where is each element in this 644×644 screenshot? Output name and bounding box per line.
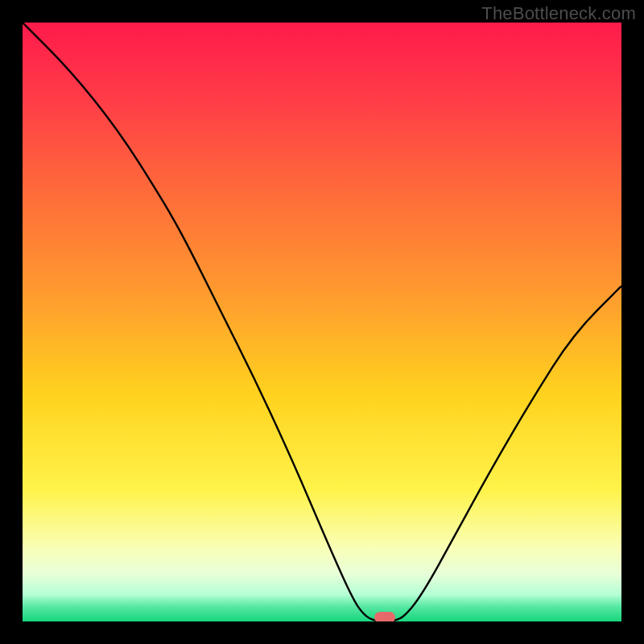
optimal-marker	[374, 612, 395, 621]
watermark-text: TheBottleneck.com	[481, 3, 636, 24]
chart-frame: TheBottleneck.com	[0, 0, 644, 644]
plot-area	[23, 23, 621, 621]
bottleneck-curve	[23, 23, 621, 621]
